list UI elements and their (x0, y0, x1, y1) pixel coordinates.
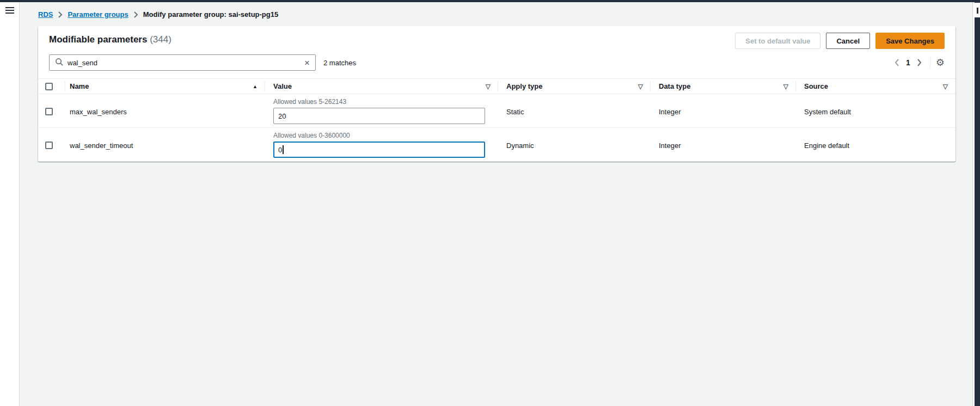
header-actions: Set to default value Cancel Save Changes (735, 33, 945, 49)
chevron-right-icon (58, 11, 63, 18)
value-input-focused[interactable] (273, 142, 485, 158)
info-panel-edge-icon[interactable] (975, 3, 980, 17)
previous-page-icon[interactable] (891, 57, 903, 69)
info-panel-edge (975, 2, 980, 406)
column-header-data-type[interactable]: Data type ▽ (651, 79, 796, 94)
sort-ascending-icon[interactable]: ▲ (253, 84, 258, 89)
menu-icon[interactable] (5, 7, 14, 14)
parameter-search-box: × (49, 54, 316, 71)
settings-gear-icon[interactable]: ⚙ (936, 58, 945, 67)
apply-type-cell: Static (498, 108, 651, 116)
breadcrumb: RDS Parameter groups Modify parameter gr… (38, 10, 278, 19)
save-changes-button[interactable]: Save Changes (875, 33, 945, 49)
row-checkbox[interactable] (45, 142, 53, 149)
breadcrumb-link-parameter-groups[interactable]: Parameter groups (68, 10, 128, 19)
text-caret (283, 145, 284, 154)
match-count: 2 matches (323, 59, 356, 67)
sort-filter-icon[interactable]: ▽ (943, 83, 948, 90)
select-all-checkbox[interactable] (45, 83, 53, 90)
sort-filter-icon[interactable]: ▽ (783, 83, 788, 90)
apply-type-cell: Dynamic (498, 142, 651, 150)
row-select-cell (38, 94, 65, 129)
collapsed-nav-sidebar (0, 2, 20, 406)
chevron-right-icon (133, 11, 138, 18)
top-edge-bar (0, 0, 980, 2)
clear-search-icon[interactable]: × (304, 58, 310, 67)
search-icon (55, 58, 63, 68)
next-page-icon[interactable] (914, 57, 926, 69)
sort-filter-icon[interactable]: ▽ (486, 83, 491, 90)
row-select-cell (38, 128, 65, 163)
breadcrumb-current: Modify parameter group: sai-setup-pg15 (143, 10, 278, 19)
parameter-count: (344) (150, 34, 171, 45)
search-input[interactable] (68, 59, 300, 67)
column-header-name[interactable]: Name ▲ (65, 79, 265, 94)
parameter-value-cell: Allowed values 5-262143 (265, 94, 498, 129)
panel-header: Modifiable parameters (344) Set to defau… (38, 26, 955, 49)
table-row: max_wal_senders Allowed values 5-262143 … (38, 94, 955, 128)
sort-filter-icon[interactable]: ▽ (638, 83, 643, 90)
select-all-cell (38, 79, 65, 94)
row-checkbox[interactable] (45, 108, 53, 115)
cancel-button[interactable]: Cancel (826, 33, 870, 49)
column-header-source[interactable]: Source ▽ (796, 79, 955, 94)
column-header-value[interactable]: Value ▽ (265, 79, 498, 94)
parameter-name: max_wal_senders (65, 108, 265, 116)
source-cell: System default (796, 108, 955, 116)
pagination: 1 ⚙ (891, 57, 945, 69)
parameters-table: Name ▲ Value ▽ Apply type ▽ Data type ▽ … (38, 78, 955, 162)
table-toolbar: × 2 matches 1 ⚙ (38, 54, 955, 71)
set-to-default-button[interactable]: Set to default value (735, 33, 820, 49)
column-header-apply-type[interactable]: Apply type ▽ (498, 79, 651, 94)
data-type-cell: Integer (651, 108, 796, 116)
page-number[interactable]: 1 (903, 58, 914, 67)
modifiable-parameters-panel: Modifiable parameters (344) Set to defau… (38, 26, 955, 162)
page-title-text: Modifiable parameters (49, 34, 147, 45)
parameter-name: wal_sender_timeout (65, 142, 265, 150)
breadcrumb-link-rds[interactable]: RDS (38, 10, 53, 19)
table-header-row: Name ▲ Value ▽ Apply type ▽ Data type ▽ … (38, 79, 955, 94)
value-input[interactable] (273, 108, 485, 124)
allowed-values-hint: Allowed values 5-262143 (273, 98, 485, 106)
parameter-value-cell: Allowed values 0-3600000 (265, 128, 498, 163)
table-row: wal_sender_timeout Allowed values 0-3600… (38, 128, 955, 162)
allowed-values-hint: Allowed values 0-3600000 (273, 132, 485, 139)
pagination-divider (930, 57, 930, 69)
data-type-cell: Integer (651, 142, 796, 150)
page-title: Modifiable parameters (344) (49, 33, 171, 47)
source-cell: Engine default (796, 142, 955, 150)
